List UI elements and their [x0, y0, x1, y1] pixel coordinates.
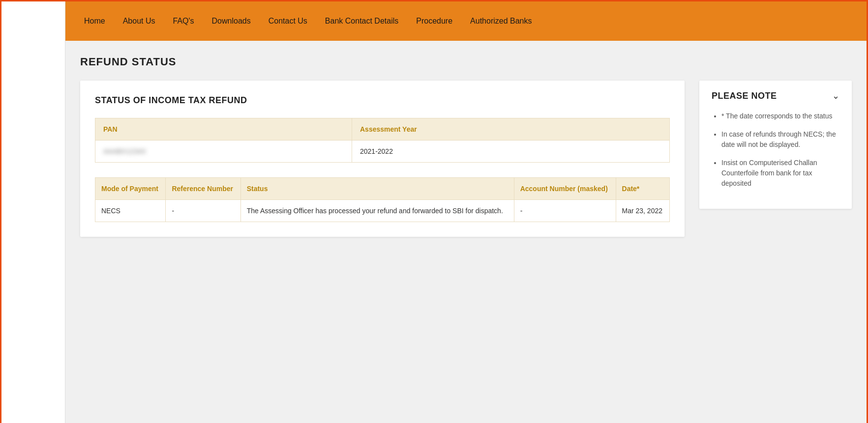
nav-about[interactable]: About Us — [114, 1, 164, 41]
note-item-1: * The date corresponds to the status — [721, 111, 839, 121]
detail-table: Mode of Payment Reference Number Status … — [95, 177, 670, 222]
detail-date-value: Mar 23, 2022 — [616, 200, 669, 222]
note-item-3: Insist on Computerised Challan Counterfo… — [721, 158, 839, 189]
note-list: * The date corresponds to the status In … — [712, 111, 839, 189]
info-table-row: AAABX1234X 2021-2022 — [95, 141, 670, 163]
detail-table-row: NECS - The Assessing Officer has process… — [95, 200, 670, 222]
main-card: STATUS OF INCOME TAX REFUND PAN Assessme… — [80, 81, 685, 237]
detail-date-header: Date* — [616, 178, 669, 200]
detail-account-header: Account Number (masked) — [514, 178, 616, 200]
pan-value: AAABX1234X — [95, 141, 352, 163]
info-table: PAN Assessment Year AAABX1234X 2021-2022 — [95, 118, 670, 163]
detail-status-header: Status — [240, 178, 514, 200]
sidebar — [1, 1, 65, 423]
nav-home[interactable]: Home — [75, 1, 114, 41]
side-card: PLEASE NOTE ⌄ * The date corresponds to … — [699, 81, 852, 209]
detail-account-value: - — [514, 200, 616, 222]
detail-status-value: The Assessing Officer has processed your… — [240, 200, 514, 222]
content-area: REFUND STATUS STATUS OF INCOME TAX REFUN… — [65, 41, 867, 423]
nav-procedure[interactable]: Procedure — [407, 1, 461, 41]
info-table-ay-header: Assessment Year — [352, 118, 669, 141]
info-table-pan-header: PAN — [95, 118, 352, 141]
please-note-header: PLEASE NOTE ⌄ — [712, 90, 839, 101]
detail-ref-header: Reference Number — [166, 178, 240, 200]
please-note-title: PLEASE NOTE — [712, 91, 777, 101]
page-title: REFUND STATUS — [80, 56, 852, 68]
nav-faqs[interactable]: FAQ's — [164, 1, 203, 41]
navbar: Home About Us FAQ's Downloads Contact Us… — [65, 1, 867, 41]
nav-bank-contact[interactable]: Bank Contact Details — [316, 1, 407, 41]
assessment-year-value: 2021-2022 — [352, 141, 669, 163]
detail-ref-value: - — [166, 200, 240, 222]
nav-contact[interactable]: Contact Us — [260, 1, 316, 41]
nav-authorized-banks[interactable]: Authorized Banks — [461, 1, 540, 41]
main-area: Home About Us FAQ's Downloads Contact Us… — [65, 1, 867, 423]
section-title: STATUS OF INCOME TAX REFUND — [95, 95, 670, 106]
detail-mode-header: Mode of Payment — [95, 178, 166, 200]
pan-blurred: AAABX1234X — [103, 147, 146, 155]
note-item-2: In case of refunds through NECS; the dat… — [721, 129, 839, 150]
two-column-layout: STATUS OF INCOME TAX REFUND PAN Assessme… — [80, 81, 852, 237]
chevron-down-icon[interactable]: ⌄ — [832, 90, 839, 101]
detail-mode-value: NECS — [95, 200, 166, 222]
nav-downloads[interactable]: Downloads — [203, 1, 260, 41]
